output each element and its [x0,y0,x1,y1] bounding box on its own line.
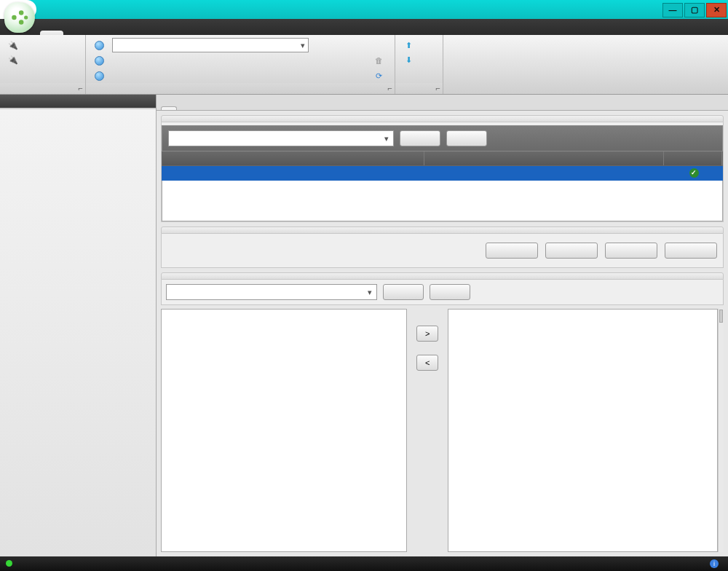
svg-point-1 [19,10,23,15]
table-row[interactable] [162,166,723,181]
scrollbar[interactable] [718,309,724,552]
add-button[interactable] [545,243,598,259]
section-configuration [161,272,724,280]
down-arrow-icon: ⬇ [403,54,414,66]
maximize-button[interactable]: ▢ [684,3,705,17]
configured-tree[interactable] [448,309,718,552]
pencil-icon [93,70,105,82]
chevron-down-icon: ▾ [301,41,305,50]
svg-point-2 [19,20,23,25]
up-arrow-icon: ⬆ [403,39,414,51]
search-input[interactable]: ▾ [168,130,394,146]
svg-point-0 [12,15,17,20]
section-action-groups [161,115,724,122]
available-tree[interactable] [161,309,407,552]
chevron-down-icon: ▾ [368,288,372,297]
backup-button[interactable]: ⬆ [400,38,438,52]
move-left-button[interactable]: < [416,355,438,371]
chevron-down-icon: ▾ [384,134,389,143]
status-led-icon [6,560,12,567]
move-right-button[interactable]: > [416,326,438,342]
create-button[interactable] [90,53,312,68]
ribbon: 🔌 🔌 ⌐ ▾ 🗑 ⟳ ⌐ [0,35,728,95]
connect-button: 🔌 [4,38,81,52]
config-find-button[interactable] [383,284,424,300]
sidebar-header [0,95,156,108]
info-icon: i [710,559,719,568]
config-clear-button[interactable] [430,284,470,300]
copy-button[interactable] [486,243,538,259]
content-area: ▾ [157,95,728,556]
minimize-button[interactable]: — [662,3,683,17]
config-set-combo[interactable]: ▾ [112,38,309,52]
sidebar [0,95,157,556]
edit-button[interactable] [90,68,312,83]
refresh-icon: ⟳ [373,70,384,82]
find-button[interactable] [400,130,440,146]
edit-action-button[interactable] [605,243,657,259]
check-icon [689,168,699,178]
app-logo [4,2,35,33]
svg-point-3 [24,15,28,19]
config-set-row: ▾ [90,38,312,52]
plus-icon [93,55,105,66]
delete-icon: 🗑 [373,55,384,66]
delete-action-button[interactable] [665,243,717,259]
section-actions [161,227,724,234]
restore-button[interactable]: ⬇ [400,52,438,67]
ribbon-tabs [0,19,728,35]
title-bar: — ▢ ✕ [0,0,728,19]
clear-button[interactable] [446,130,487,146]
tab-action-group-list[interactable] [161,106,177,110]
refresh-button[interactable]: ⟳ [370,68,390,83]
disconnect-button[interactable]: 🔌 [4,52,81,67]
globe-icon [93,39,105,51]
config-search-input[interactable]: ▾ [166,284,377,300]
delete-site-button: 🗑 [370,53,390,68]
status-bar: i [0,556,728,571]
grid-header [162,151,723,166]
close-button[interactable]: ✕ [706,3,727,17]
